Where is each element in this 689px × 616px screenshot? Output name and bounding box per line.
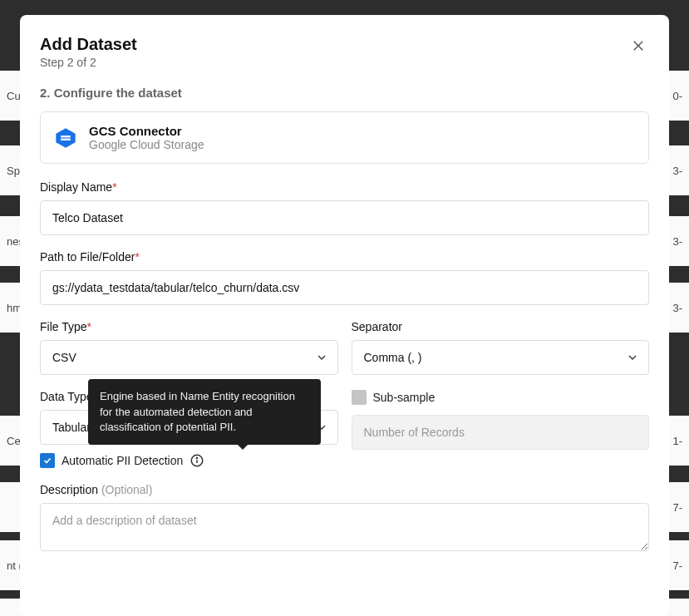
section-title: 2. Configure the dataset: [40, 86, 649, 100]
close-button[interactable]: [627, 35, 649, 59]
file-type-label: File Type*: [40, 320, 338, 333]
display-name-input[interactable]: [40, 200, 649, 235]
connector-name: GCS Connector: [89, 124, 204, 138]
pii-tooltip: Engine based in Name Entity recognition …: [88, 379, 321, 445]
subsample-group: Sub-sample: [352, 390, 650, 483]
gcs-icon: [54, 126, 77, 150]
connector-card: GCS Connector Google Cloud Storage: [40, 111, 649, 164]
display-name-label: Display Name*: [40, 180, 649, 194]
separator-group: Separator Comma (, ): [352, 320, 650, 375]
svg-marker-2: [56, 128, 75, 147]
path-label: Path to File/Folder*: [40, 250, 649, 264]
file-type-select[interactable]: CSV: [40, 340, 338, 375]
pii-row: Engine based in Name Entity recognition …: [40, 453, 338, 468]
add-dataset-modal: Add Dataset Step 2 of 2 2. Configure the…: [20, 15, 669, 616]
path-group: Path to File/Folder*: [40, 250, 649, 305]
file-type-group: File Type* CSV: [40, 320, 338, 375]
description-label: Description (Optional): [40, 483, 649, 496]
subsample-records-input: [352, 415, 650, 450]
display-name-group: Display Name*: [40, 180, 649, 235]
connector-subtitle: Google Cloud Storage: [89, 138, 204, 151]
modal-header: Add Dataset Step 2 of 2: [40, 35, 649, 69]
data-type-group: Data Type* Tabular Engine based in Name …: [40, 390, 338, 483]
pii-label: Automatic PII Detection: [62, 454, 183, 467]
description-textarea[interactable]: [40, 503, 649, 551]
separator-select[interactable]: Comma (, ): [352, 340, 650, 375]
info-icon[interactable]: [189, 453, 204, 468]
pii-checkbox[interactable]: [40, 453, 55, 468]
description-group: Description (Optional): [40, 483, 649, 554]
svg-point-7: [197, 457, 198, 458]
modal-step: Step 2 of 2: [40, 56, 137, 69]
svg-rect-4: [61, 138, 71, 140]
subsample-checkbox[interactable]: [352, 390, 367, 405]
modal-title: Add Dataset: [40, 35, 137, 54]
separator-label: Separator: [352, 320, 650, 333]
path-input[interactable]: [40, 270, 649, 305]
svg-rect-3: [61, 136, 71, 137]
close-icon: [631, 38, 646, 53]
subsample-label: Sub-sample: [373, 391, 436, 404]
